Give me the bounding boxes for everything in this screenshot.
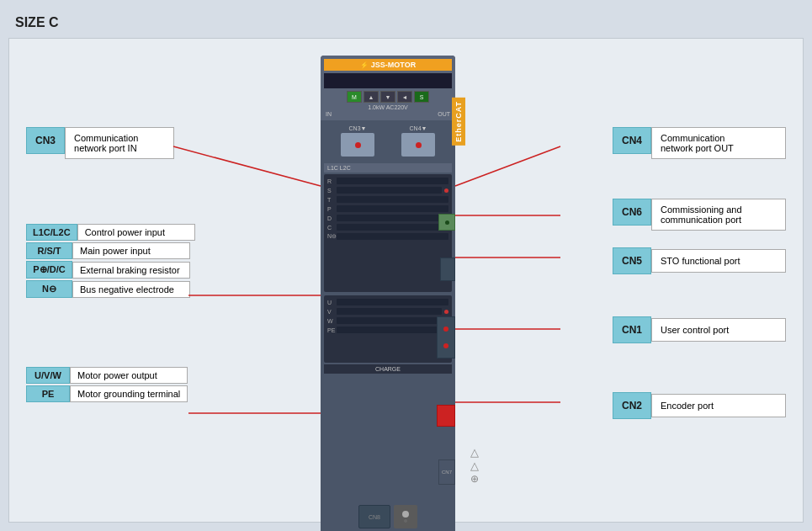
charge-label: CHARGE — [324, 364, 452, 374]
btn-lr[interactable]: ◄ — [397, 91, 412, 103]
terminal-block-main: R S T P D C — [324, 174, 452, 292]
cn1-desc: User control port — [651, 318, 786, 342]
pe-tag: PE — [26, 385, 70, 402]
cn3-group: CN3 Communicationnetwork port IN — [26, 127, 174, 159]
terminal-block-uvw: U V W PE — [324, 295, 452, 363]
warning-symbols: △ △ ⊕ — [470, 446, 479, 485]
cn2-tag: CN2 — [613, 392, 651, 419]
cn7-port: CN7 — [438, 459, 455, 485]
cn6-tag: CN6 — [613, 199, 651, 226]
main-area: CN3 Communicationnetwork port IN L1C/L2C… — [8, 38, 804, 523]
rst-desc: Main power input — [72, 242, 190, 259]
terminal-l1c: L1CL2C — [324, 163, 452, 173]
rst-tag: R/S/T — [26, 242, 72, 259]
cn6-port — [438, 214, 455, 231]
cn3-tag: CN3 — [26, 127, 65, 154]
ethercat-label: EtherCAT — [452, 98, 465, 146]
btn-s[interactable]: S — [414, 91, 429, 103]
cn5-port — [440, 258, 455, 281]
page-title: SIZE C — [15, 15, 59, 30]
brand-label: JSS-MOTOR — [324, 59, 452, 71]
uvw-group: U/V/W Motor power output PE Motor ground… — [26, 367, 188, 404]
cn1-group: CN1 User control port — [613, 316, 786, 343]
drive-top-panel: JSS-MOTOR M ▲ ▼ ◄ S 1.0kW AC220V IN OUT — [321, 56, 455, 120]
btn-up[interactable]: ▲ — [364, 91, 379, 103]
cn6-desc: Commissioning andcommunication port — [651, 199, 786, 231]
cn2-port — [437, 405, 455, 427]
terminal-group: L1C/L2C Control power input R/S/T Main p… — [26, 224, 195, 300]
cn1-port — [437, 316, 455, 358]
n-desc: Bus negative electrode — [72, 281, 190, 298]
drive-buttons-row: M ▲ ▼ ◄ S — [324, 91, 452, 103]
uvw-desc: Motor power output — [70, 367, 188, 384]
cn5-desc: STO functional port — [651, 249, 786, 273]
cn2-group: CN2 Encoder port — [613, 392, 786, 419]
pdc-tag: P⊕/D/C — [26, 261, 72, 279]
svg-line-1 — [455, 146, 560, 186]
l1c-l2c-desc: Control power input — [77, 224, 195, 241]
n-tag: N⊖ — [26, 280, 72, 298]
drive-spec: 1.0kW AC220V IN OUT — [324, 104, 452, 117]
cn3-cn4-ports: CN3▼ CN4▼ — [321, 120, 455, 162]
cn6-group: CN6 Commissioning andcommunication port — [613, 199, 786, 231]
cn3-desc: Communicationnetwork port IN — [65, 127, 174, 159]
cn5-tag: CN5 — [613, 247, 651, 274]
drive-display — [324, 73, 452, 88]
cn1-tag: CN1 — [613, 316, 651, 343]
cn4-tag: CN4 — [613, 127, 651, 154]
uvw-tag: U/V/W — [26, 367, 70, 384]
pdc-desc: External braking resistor — [72, 262, 190, 279]
l1c-l2c-tag: L1C/L2C — [26, 224, 77, 241]
pe-desc: Motor grounding terminal — [70, 385, 188, 402]
svg-line-0 — [173, 146, 321, 186]
cn2-desc: Encoder port — [651, 394, 786, 417]
cn4-group: CN4 Communicationnetwork port OUT — [613, 127, 786, 159]
cn5-group: CN5 STO functional port — [613, 247, 786, 274]
btn-m[interactable]: M — [347, 91, 362, 103]
drive-unit: EtherCAT JSS-MOTOR M ▲ ▼ ◄ S 1.0kW AC220… — [321, 56, 455, 531]
drive-bottom: CN8 — [324, 505, 452, 528]
btn-down[interactable]: ▼ — [380, 91, 395, 103]
cn4-desc: Communicationnetwork port OUT — [651, 127, 786, 159]
